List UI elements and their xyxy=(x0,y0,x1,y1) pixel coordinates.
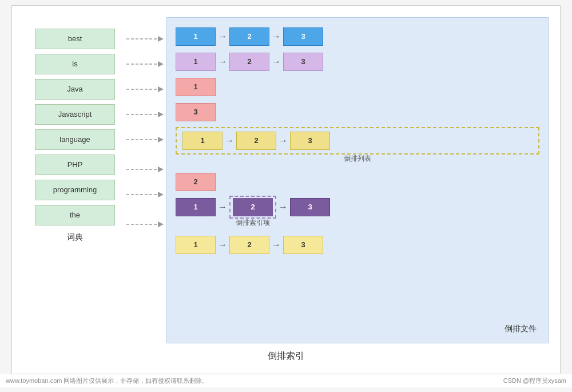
connectors xyxy=(126,17,166,343)
footer-left: www.toymoban.com 网络图片仅供展示，非存储，如有侵权请联系删除。 xyxy=(6,377,208,385)
dict-item-the: the xyxy=(35,205,115,225)
inv-list-box: 1 → 2 → 3 倒排列表 xyxy=(176,127,539,155)
node-language-2: 2 xyxy=(236,132,276,150)
node-the-1: 1 xyxy=(176,236,216,254)
dict-items: best is Java Javascript language PHP pro… xyxy=(35,29,115,225)
node-the-2: 2 xyxy=(229,236,269,254)
bottom-label: 倒排索引 xyxy=(268,350,304,362)
dict-item-language: language xyxy=(35,129,115,150)
svg-marker-9 xyxy=(158,137,164,142)
posting-row-is: 1 → 2 → 3 xyxy=(176,52,539,72)
svg-marker-1 xyxy=(158,36,164,42)
connector-best xyxy=(126,29,166,49)
node-language-1: 1 xyxy=(182,132,223,150)
arrow-the-23: → xyxy=(269,240,283,250)
arrow-best-12: → xyxy=(216,31,229,42)
arrow-best-23: → xyxy=(269,31,283,42)
node-best-2: 2 xyxy=(229,27,269,46)
svg-marker-7 xyxy=(158,112,164,117)
dictionary-label: 词典 xyxy=(67,232,83,243)
main-container: best is Java Javascript language PHP pro… xyxy=(11,5,561,374)
connector-programming xyxy=(126,184,166,209)
node-prog-1: 1 xyxy=(176,198,216,216)
diagram-area: best is Java Javascript language PHP pro… xyxy=(23,17,549,343)
node-is-3: 3 xyxy=(283,53,323,71)
svg-marker-11 xyxy=(158,167,164,172)
posting-row-language-container: 1 → 2 → 3 倒排列表 xyxy=(176,127,539,155)
inv-entry-container: 2 倒排索引项 xyxy=(229,196,276,219)
posting-row-the: 1 → 2 → 3 xyxy=(176,235,539,255)
footer-right: CSDN @程序员xysam xyxy=(503,377,566,385)
dictionary-section: best is Java Javascript language PHP pro… xyxy=(23,17,126,343)
arrow-is-12: → xyxy=(216,57,229,67)
dict-item-java: Java xyxy=(35,79,115,100)
arrow-lang-23: → xyxy=(276,136,290,146)
dict-item-javascript: Javascript xyxy=(35,104,115,125)
footer: www.toymoban.com 网络图片仅供展示，非存储，如有侵权请联系删除。… xyxy=(0,374,572,387)
connector-the xyxy=(126,214,166,235)
svg-marker-15 xyxy=(158,221,164,227)
dict-item-programming: programming xyxy=(35,180,115,200)
inverted-section: 1 → 2 → 3 1 → 2 → 3 1 3 xyxy=(166,17,549,343)
arrow-prog-23: → xyxy=(276,202,290,212)
arrow-prog-12: → xyxy=(216,202,229,212)
dict-item-best: best xyxy=(35,29,115,49)
node-best-1: 1 xyxy=(176,27,216,46)
node-best-3: 3 xyxy=(283,27,323,46)
connector-java xyxy=(126,79,166,100)
svg-marker-5 xyxy=(158,86,164,92)
arrow-the-12: → xyxy=(216,240,229,250)
inverted-file-label: 倒排文件 xyxy=(505,324,537,334)
node-the-3: 3 xyxy=(283,236,323,254)
dict-item-is: is xyxy=(35,54,115,74)
inv-list-label: 倒排列表 xyxy=(344,154,371,164)
node-prog-2-inner: 2 xyxy=(233,198,273,216)
posting-row-best: 1 → 2 → 3 xyxy=(176,26,539,47)
posting-row-programming: 1 → 2 倒排索引项 → 3 xyxy=(176,197,539,217)
dict-item-php: PHP xyxy=(35,155,115,175)
node-is-1: 1 xyxy=(176,53,216,71)
node-php-2: 2 xyxy=(176,173,216,191)
inv-entry-label: 倒排索引项 xyxy=(236,218,270,228)
arrow-lang-12: → xyxy=(223,136,236,146)
svg-marker-3 xyxy=(158,61,164,67)
posting-row-javascript: 3 xyxy=(176,102,539,122)
connector-language xyxy=(126,129,166,155)
arrow-is-23: → xyxy=(269,57,283,67)
connector-php xyxy=(126,159,166,180)
node-prog-3: 3 xyxy=(290,198,330,216)
node-language-3: 3 xyxy=(290,132,330,150)
svg-marker-13 xyxy=(158,192,164,197)
connector-javascript xyxy=(126,104,166,125)
node-is-2: 2 xyxy=(229,53,269,71)
posting-row-php: 2 xyxy=(176,172,539,192)
posting-row-programming-container: 1 → 2 倒排索引项 → 3 xyxy=(176,197,539,217)
node-java-1: 1 xyxy=(176,78,216,96)
node-javascript-3: 3 xyxy=(176,103,216,121)
connector-is xyxy=(126,54,166,74)
inv-entry-box: 2 倒排索引项 xyxy=(229,196,276,219)
posting-row-java: 1 xyxy=(176,77,539,97)
